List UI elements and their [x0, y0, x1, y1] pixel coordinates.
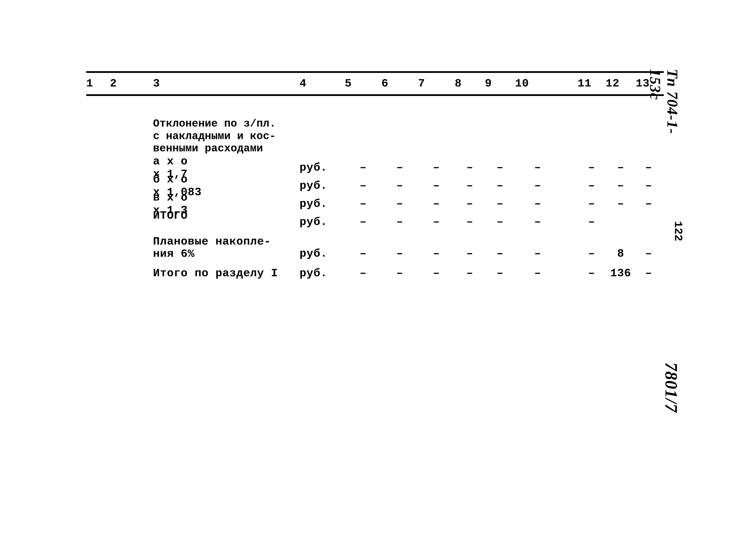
- col-12: 12: [606, 77, 636, 90]
- cell: –: [345, 180, 381, 192]
- cell: –: [606, 180, 636, 192]
- cell: –: [606, 198, 636, 210]
- section-heading: Отклонение по з/пл. с накладными и кос- …: [153, 118, 286, 155]
- cell: –: [636, 198, 662, 210]
- cell: –: [515, 161, 560, 174]
- unit: руб.: [300, 216, 345, 228]
- cell: –: [636, 161, 662, 174]
- cell: –: [455, 267, 485, 280]
- cell: –: [455, 180, 485, 192]
- col-4: 4: [300, 77, 345, 90]
- section-heading-line: Отклонение по з/пл.: [153, 118, 286, 130]
- cell: –: [636, 180, 662, 192]
- column-header-row: 1 2 3 4 5 6 7 8 9 10 11 12 13: [86, 73, 664, 94]
- table-row: ИТОГО руб. – – – – – – –: [86, 213, 664, 231]
- cell: –: [418, 198, 455, 210]
- cell: –: [418, 161, 455, 174]
- cell: –: [381, 198, 418, 210]
- col-3: 3: [153, 77, 300, 90]
- col-8: 8: [455, 77, 485, 90]
- cell: –: [485, 247, 515, 260]
- cell: –: [515, 180, 560, 192]
- cell: –: [515, 267, 560, 280]
- cell: –: [455, 198, 485, 210]
- cell: –: [418, 247, 455, 260]
- cell: –: [455, 161, 485, 174]
- cell: –: [606, 161, 636, 174]
- cell: –: [381, 216, 418, 228]
- cell: 8: [606, 247, 636, 260]
- cell: –: [455, 247, 485, 260]
- col-5: 5: [345, 77, 381, 90]
- cell: –: [515, 198, 560, 210]
- cell: –: [345, 267, 381, 280]
- cell: –: [485, 198, 515, 210]
- cell: –: [345, 198, 381, 210]
- unit: руб.: [300, 161, 345, 174]
- cell: –: [381, 267, 418, 280]
- cell: –: [578, 198, 606, 210]
- table-row-total: Итого по разделу I руб. – – – – – – – 13…: [86, 265, 664, 282]
- cell: –: [578, 247, 606, 260]
- row-label-a: в х о: [153, 191, 233, 204]
- cell: –: [418, 180, 455, 192]
- unit: руб.: [300, 198, 345, 210]
- row-label-a: ИТОГО: [153, 210, 233, 222]
- unit: руб.: [300, 247, 345, 260]
- col-2: 2: [110, 77, 153, 90]
- col-6: 6: [381, 77, 418, 90]
- col-11: 11: [578, 77, 606, 90]
- col-7: 7: [418, 77, 455, 90]
- margin-page-number: 122: [671, 221, 684, 241]
- cell: –: [485, 180, 515, 192]
- cell: –: [636, 267, 662, 280]
- section-heading-line: венными расходами: [153, 142, 286, 155]
- cell: –: [485, 161, 515, 174]
- cell: –: [515, 247, 560, 260]
- cell: –: [455, 216, 485, 228]
- cell: –: [485, 267, 515, 280]
- row-label-a: б х о: [153, 173, 233, 186]
- section-heading-line: с накладными и кос-: [153, 130, 286, 143]
- col-1: 1: [86, 77, 110, 90]
- cell: –: [578, 180, 606, 192]
- plan-label-line: ния 6%: [153, 248, 300, 260]
- document-page: 1 2 3 4 5 6 7 8 9 10 11 12 13 Отклонение…: [86, 71, 664, 282]
- cell: –: [345, 161, 381, 174]
- cell: –: [578, 161, 606, 174]
- cell: –: [381, 161, 418, 174]
- cell: –: [515, 216, 560, 228]
- table-body: Отклонение по з/пл. с накладными и кос- …: [86, 96, 664, 282]
- margin-document-code: Тп 704-1-153с: [647, 69, 681, 144]
- cell: –: [345, 216, 381, 228]
- col-10: 10: [515, 77, 560, 90]
- cell: –: [345, 247, 381, 260]
- rule-under-header: [86, 94, 664, 96]
- plan-label-line: Плановые накопле-: [153, 236, 300, 248]
- unit: руб.: [300, 180, 345, 192]
- cell: 136: [606, 267, 636, 280]
- cell: –: [636, 247, 662, 260]
- cell: –: [578, 267, 606, 280]
- cell: –: [381, 247, 418, 260]
- row-label-a: а х о: [153, 155, 233, 168]
- rule-top: [86, 71, 664, 73]
- cell: –: [418, 216, 455, 228]
- cell: –: [418, 267, 455, 280]
- cell: –: [485, 216, 515, 228]
- col-9: 9: [485, 77, 515, 90]
- cell: –: [578, 216, 606, 228]
- margin-archive-code: 7801/7: [662, 362, 681, 413]
- total-label: Итого по разделу I: [153, 267, 300, 280]
- unit: руб.: [300, 267, 345, 280]
- cell: –: [381, 180, 418, 192]
- table-row-plan: Плановые накопле- ния 6% руб. – – – – – …: [86, 236, 664, 260]
